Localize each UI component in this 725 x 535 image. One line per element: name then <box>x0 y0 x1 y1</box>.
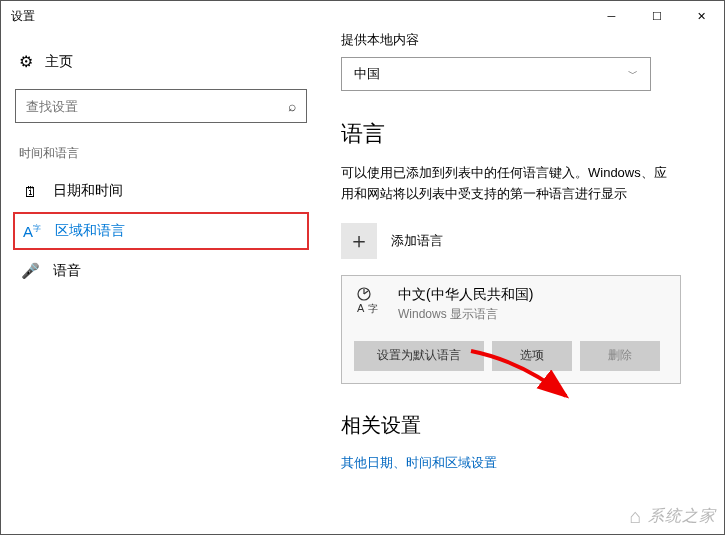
language-item-sub: Windows 显示语言 <box>398 306 533 323</box>
sidebar-item-region-language[interactable]: A字 区域和语言 <box>13 212 309 250</box>
country-select[interactable]: 中国 ﹀ <box>341 57 651 91</box>
sidebar: ⚙ 主页 ⌕ 时间和语言 🗓 日期和时间 A字 区域和语言 🎤 语音 <box>1 31 321 290</box>
sidebar-item-label: 语音 <box>53 262 81 280</box>
gear-icon: ⚙ <box>19 52 33 71</box>
sidebar-item-label: 区域和语言 <box>55 222 125 240</box>
language-item[interactable]: A 字 中文(中华人民共和国) Windows 显示语言 设置为默认语言 选项 … <box>341 275 681 384</box>
sidebar-item-label: 日期和时间 <box>53 182 123 200</box>
options-button[interactable]: 选项 <box>492 341 572 371</box>
close-button[interactable]: ✕ <box>679 1 724 31</box>
language-icon: A字 <box>23 223 41 240</box>
microphone-icon: 🎤 <box>21 262 39 280</box>
content: 提供本地内容 中国 ﹀ 语言 可以使用已添加到列表中的任何语言键入。Window… <box>341 31 714 534</box>
home-link[interactable]: ⚙ 主页 <box>11 46 311 77</box>
svg-text:A: A <box>357 302 365 314</box>
maximize-button[interactable]: ☐ <box>634 1 679 31</box>
country-label: 提供本地内容 <box>341 31 694 49</box>
language-description: 可以使用已添加到列表中的任何语言键入。Windows、应用和网站将以列表中受支持… <box>341 163 671 205</box>
chevron-down-icon: ﹀ <box>628 67 638 81</box>
minimize-button[interactable]: ─ <box>589 1 634 31</box>
add-language-button[interactable]: ＋ 添加语言 <box>341 223 694 259</box>
sidebar-item-datetime[interactable]: 🗓 日期和时间 <box>11 172 311 210</box>
related-link[interactable]: 其他日期、时间和区域设置 <box>341 455 497 470</box>
titlebar: 设置 ─ ☐ ✕ <box>1 1 724 31</box>
search-input[interactable] <box>26 99 288 114</box>
svg-text:字: 字 <box>368 303 378 314</box>
add-language-label: 添加语言 <box>391 232 443 250</box>
plus-icon: ＋ <box>341 223 377 259</box>
remove-button[interactable]: 删除 <box>580 341 660 371</box>
home-label: 主页 <box>45 53 73 71</box>
search-input-container[interactable]: ⌕ <box>15 89 307 123</box>
sidebar-item-speech[interactable]: 🎤 语音 <box>11 252 311 290</box>
set-default-button[interactable]: 设置为默认语言 <box>354 341 484 371</box>
window-controls: ─ ☐ ✕ <box>589 1 724 31</box>
search-icon: ⌕ <box>288 98 296 114</box>
language-item-name: 中文(中华人民共和国) <box>398 286 533 304</box>
section-label: 时间和语言 <box>11 145 311 172</box>
language-heading: 语言 <box>341 119 694 149</box>
window-title: 设置 <box>11 8 35 25</box>
related-settings: 相关设置 其他日期、时间和区域设置 <box>341 412 694 472</box>
svg-line-1 <box>364 291 368 294</box>
language-item-icon: A 字 <box>354 286 384 316</box>
country-value: 中国 <box>354 65 380 83</box>
calendar-icon: 🗓 <box>21 183 39 200</box>
related-heading: 相关设置 <box>341 412 694 439</box>
